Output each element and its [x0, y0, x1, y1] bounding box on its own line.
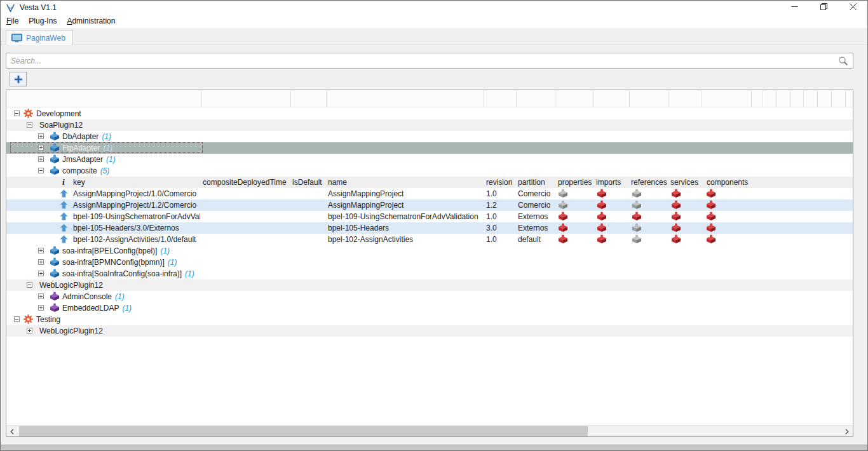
node-text: EmbeddedLDAP(1): [62, 302, 132, 314]
composite-table-row[interactable]: bpel-105-Headers/3.0/Externosbpel-105-He…: [6, 222, 853, 234]
tree-row-soaplugin12[interactable]: SoaPlugin12: [6, 119, 853, 131]
cell-revision: 1.2: [486, 199, 497, 211]
node-text: Development: [36, 108, 81, 119]
brick-gray-icon: [632, 234, 642, 244]
expand-icon[interactable]: [38, 271, 44, 276]
column-header-key[interactable]: key: [73, 177, 85, 188]
restore-icon: [820, 3, 827, 12]
column-header-imports[interactable]: imports: [596, 177, 621, 188]
node-label: WebLogicPlugin12: [39, 281, 103, 290]
brick-red-icon: [706, 212, 716, 221]
composite-table-row[interactable]: AssignMappingProject/1.2/ComercioAssignM…: [6, 199, 853, 211]
tree-row-embeddedldap[interactable]: EmbeddedLDAP(1): [6, 302, 853, 314]
horizontal-scrollbar[interactable]: [6, 425, 853, 436]
header-column-divider: [831, 91, 832, 107]
collapse-icon[interactable]: [14, 111, 20, 116]
column-header-components[interactable]: components: [707, 177, 748, 188]
scrollbar-thumb[interactable]: [19, 426, 588, 436]
node-text: soa-infra[SoaInfraConfig(soa-infra)](1): [62, 268, 194, 279]
tree-row-dbadapter[interactable]: DbAdapter(1): [6, 131, 853, 142]
search-icon[interactable]: [838, 56, 848, 68]
expand-icon[interactable]: [38, 133, 44, 139]
node-label: soa-infra[SoaInfraConfig(soa-infra)]: [62, 269, 182, 278]
node-label: soa-infra[BPMNConfig(bpmn)]: [62, 258, 165, 267]
tree-row-soa-infra-bpelconfig-bpel-[interactable]: soa-infra[BPELConfig(bpel)](1): [6, 245, 853, 257]
node-count: (5): [100, 166, 110, 175]
tree-row-weblogicplugin12[interactable]: WebLogicPlugin12: [6, 279, 853, 291]
tree-row-soa-infra-bpmnconfig-bpmn-[interactable]: soa-infra[BPMNConfig(bpmn)](1): [6, 257, 853, 268]
tree-row-adminconsole[interactable]: AdminConsole(1): [6, 291, 853, 302]
expand-icon[interactable]: [38, 156, 44, 162]
column-header-properties[interactable]: properties: [558, 177, 592, 188]
collapse-icon[interactable]: [38, 168, 44, 173]
header-column-divider: [516, 91, 517, 107]
composite-table-row[interactable]: bpel-109-UsingSchematronForAdvValibpel-1…: [6, 211, 853, 222]
node-text: Testing: [36, 314, 60, 325]
menu-item-plug-ins[interactable]: Plug-Ins: [28, 15, 62, 27]
header-column-divider: [290, 91, 291, 107]
search-input[interactable]: [6, 53, 853, 68]
restore-button[interactable]: [809, 1, 838, 15]
tabstrip: PaginaWeb: [1, 28, 867, 45]
header-column-divider: [776, 91, 777, 107]
add-button[interactable]: [10, 72, 27, 86]
tree-row-ftpadapter[interactable]: FtpAdapter(1): [6, 142, 853, 154]
brick-red-icon: [597, 189, 607, 198]
tree-row-development[interactable]: Development: [6, 108, 853, 119]
close-button[interactable]: [838, 1, 867, 15]
window-title: Vesta V1.1: [20, 3, 57, 12]
node-text: soa-infra[BPMNConfig(bpmn)](1): [62, 257, 177, 268]
close-icon: [850, 3, 857, 12]
minimize-button[interactable]: [780, 1, 809, 15]
collapse-icon[interactable]: [14, 316, 20, 322]
node-text: WebLogicPlugin12: [39, 325, 103, 337]
scroll-left-button[interactable]: [6, 426, 18, 437]
deployed-arrow-icon: [60, 235, 68, 243]
column-header-isdefault[interactable]: isDefault: [292, 177, 322, 188]
collapse-icon[interactable]: [27, 282, 32, 288]
header-column-divider: [701, 91, 702, 107]
brick-red-icon: [706, 223, 716, 232]
expand-icon[interactable]: [38, 305, 44, 311]
brick-gray-icon: [558, 189, 568, 198]
column-header-name[interactable]: name: [328, 177, 347, 188]
column-header-services[interactable]: services: [670, 177, 698, 188]
node-label: JmsAdapter: [62, 155, 103, 164]
plus-icon: [14, 75, 23, 84]
menu-item-file[interactable]: File: [6, 15, 24, 27]
vesta-logo-icon: [6, 3, 15, 13]
cell-partition: Externos: [518, 211, 548, 222]
expand-icon[interactable]: [38, 293, 44, 299]
node-label: composite: [62, 166, 97, 175]
brick-blue-icon: [50, 257, 60, 267]
scroll-right-button[interactable]: [841, 426, 853, 437]
composite-table-header[interactable]: ikeycompositeDeployedTimeisDefaultnamere…: [6, 177, 853, 188]
column-header-revision[interactable]: revision: [486, 177, 512, 188]
brick-gray-icon: [632, 189, 642, 198]
expand-icon[interactable]: [38, 259, 44, 265]
cell-name: AssignMappingProject: [328, 188, 484, 199]
column-header-compositedeployedtime[interactable]: compositeDeployedTime: [203, 177, 287, 188]
column-header-partition[interactable]: partition: [518, 177, 545, 188]
collapse-icon[interactable]: [27, 122, 32, 128]
tree-row-weblogicplugin12[interactable]: WebLogicPlugin12: [6, 325, 853, 337]
cell-key: bpel-105-Headers/3.0/Externos: [73, 222, 200, 234]
deployed-arrow-icon: [60, 212, 68, 220]
deployed-arrow-icon: [60, 189, 68, 198]
expand-icon[interactable]: [38, 248, 44, 253]
brick-blue-icon: [50, 246, 60, 255]
cell-partition: default: [518, 234, 541, 245]
menubar: FilePlug-InsAdministration: [1, 15, 867, 28]
tree-row-jmsadapter[interactable]: JmsAdapter(1): [6, 154, 853, 165]
tree-row-soa-infra-soainfraconfig-soa-infra-[interactable]: soa-infra[SoaInfraConfig(soa-infra)](1): [6, 268, 853, 279]
node-text: DbAdapter(1): [62, 131, 111, 142]
tree-row-composite[interactable]: composite(5): [6, 165, 853, 177]
deployed-arrow-icon: [60, 201, 68, 209]
tab-paginaweb[interactable]: PaginaWeb: [6, 30, 73, 45]
column-header-references[interactable]: references: [631, 177, 667, 188]
expand-icon[interactable]: [27, 328, 32, 333]
menu-item-administration[interactable]: Administration: [66, 15, 121, 27]
composite-table-row[interactable]: AssignMappingProject/1.0/ComercioAssignM…: [6, 188, 853, 199]
composite-table-row[interactable]: bpel-102-AssignActivities/1.0/defaultbpe…: [6, 234, 853, 245]
tree-row-testing[interactable]: Testing: [6, 314, 853, 325]
